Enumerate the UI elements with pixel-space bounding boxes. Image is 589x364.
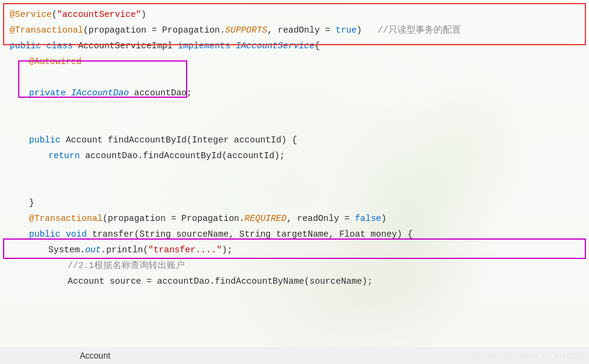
code-line-18: Account source = accountDao.findAccountB… [10, 274, 579, 290]
account-label: Account [80, 351, 111, 360]
code-line-11 [10, 164, 579, 180]
code-line-5 [10, 70, 579, 86]
code-line-9: public Account findAccountById(Integer a… [10, 133, 579, 148]
code-line-3: public class AccountServiceImpl implemen… [10, 39, 579, 54]
code-line-6: private IAccountDao accountDao; [10, 86, 579, 101]
code-display: @Service("accountService") @Transactiona… [0, 0, 589, 364]
annotation-service: @Service [10, 7, 52, 22]
code-line-10: return accountDao.findAccountById(accoun… [10, 148, 579, 164]
code-line-1: @Service("accountService") [10, 7, 579, 23]
bottom-bar: Account [0, 347, 589, 364]
code-line-17: //2.1根据名称查询转出账户 [10, 258, 579, 274]
code-line-13: } [10, 196, 579, 211]
code-line-2: @Transactional(propagation = Propagation… [10, 23, 579, 39]
code-line-12 [10, 180, 579, 196]
code-line-8 [10, 117, 579, 133]
code-line-16: System.out.println("transfer...."); [10, 243, 579, 258]
code-line-7 [10, 101, 579, 117]
code-line-15: public void transfer(String sourceName, … [10, 227, 579, 243]
code-line-4: @Autowired [10, 54, 579, 70]
code-line-14: @Transactional(propagation = Propagation… [10, 211, 579, 227]
